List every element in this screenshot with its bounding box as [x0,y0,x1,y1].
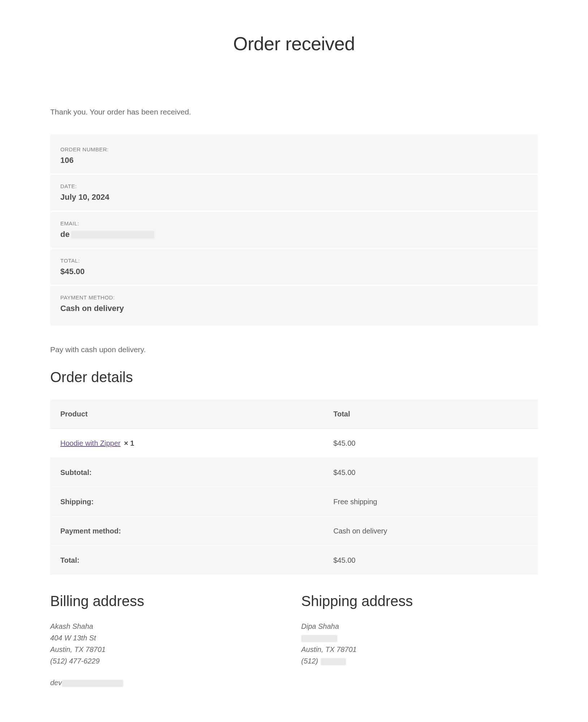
billing-name: Akash Shaha [50,621,287,632]
billing-address: Akash Shaha 404 W 13th St Austin, TX 787… [50,621,287,688]
billing-address-heading: Billing address [50,589,287,613]
row-shipping: Shipping: Free shipping [50,487,538,516]
overview-payment-method: PAYMENT METHOD: Cash on delivery [50,286,538,322]
thanks-message: Thank you. Your order has been received. [50,106,538,118]
overview-label: PAYMENT METHOD: [60,293,528,302]
billing-city-state-zip: Austin, TX 78701 [50,644,287,655]
shipping-street-redacted [301,632,538,644]
order-details-heading: Order details [50,366,538,389]
payment-method-description: Pay with cash upon delivery. [50,343,538,356]
value-payment: Cash on delivery [323,516,538,546]
shipping-city-state-zip: Austin, TX 78701 [301,644,538,655]
table-row: Hoodie with Zipper × 1 $45.00 [50,429,538,458]
label-total: Total: [50,546,323,575]
overview-value-redacted: de [60,229,154,240]
billing-email-redacted: dev [50,677,123,688]
shipping-address: Dipa Shaha Austin, TX 78701 (512) [301,621,538,667]
page-title: Order received [50,29,538,59]
label-subtotal: Subtotal: [50,458,323,487]
table-header-row: Product Total [50,399,538,429]
value-total: $45.00 [323,546,538,575]
col-total: Total [323,399,538,429]
shipping-name: Dipa Shaha [301,621,538,632]
product-link[interactable]: Hoodie with Zipper [60,439,121,447]
overview-label: EMAIL: [60,219,528,228]
overview-label: TOTAL: [60,256,528,265]
order-received-page: Order received Thank you. Your order has… [16,0,572,722]
order-details-table: Product Total Hoodie with Zipper × 1 $45… [50,399,538,575]
addresses: Billing address Akash Shaha 404 W 13th S… [50,589,538,688]
overview-label: DATE: [60,182,528,191]
row-subtotal: Subtotal: $45.00 [50,458,538,487]
shipping-phone-redacted: (512) [301,655,538,667]
overview-value: 106 [60,155,74,166]
product-total: $45.00 [323,429,538,458]
overview-value: $45.00 [60,267,85,277]
overview-order-number: ORDER NUMBER: 106 [50,138,538,175]
col-product: Product [50,399,323,429]
order-overview-list: ORDER NUMBER: 106 DATE: July 10, 2024 EM… [50,138,538,322]
overview-value: Cash on delivery [60,303,124,314]
label-payment: Payment method: [50,516,323,546]
overview-label: ORDER NUMBER: [60,145,528,154]
row-payment: Payment method: Cash on delivery [50,516,538,546]
billing-address-col: Billing address Akash Shaha 404 W 13th S… [50,589,287,688]
overview-email: EMAIL: de [50,212,538,249]
shipping-address-col: Shipping address Dipa Shaha Austin, TX 7… [301,589,538,688]
billing-street: 404 W 13th St [50,632,287,644]
label-shipping: Shipping: [50,487,323,516]
billing-phone: (512) 477-6229 [50,655,287,667]
shipping-address-heading: Shipping address [301,589,538,613]
overview-value: July 10, 2024 [60,192,109,203]
row-total: Total: $45.00 [50,546,538,575]
product-qty: × 1 [124,439,134,447]
overview-date: DATE: July 10, 2024 [50,175,538,212]
product-cell: Hoodie with Zipper × 1 [50,429,323,458]
overview-total: TOTAL: $45.00 [50,249,538,286]
value-subtotal: $45.00 [323,458,538,487]
value-shipping: Free shipping [323,487,538,516]
